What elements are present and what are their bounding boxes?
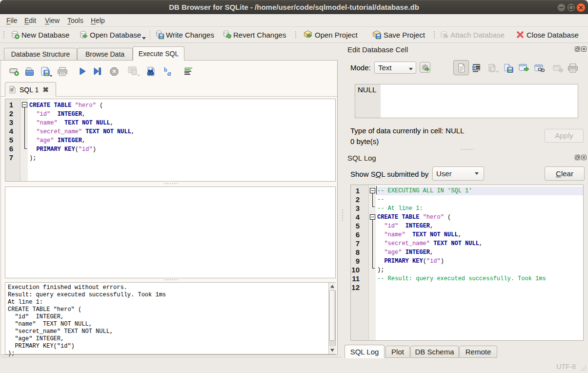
svg-text:a: a <box>167 69 171 77</box>
svg-text:b: b <box>164 66 167 73</box>
